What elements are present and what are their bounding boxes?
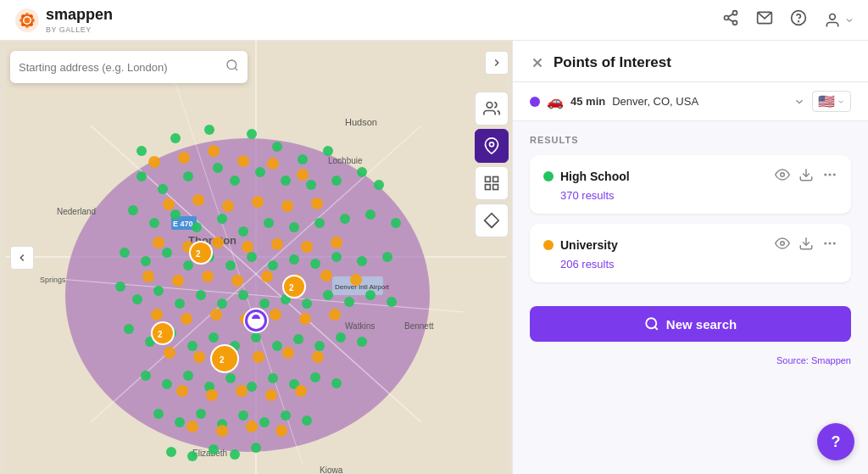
svg-point-122 bbox=[281, 410, 291, 421]
svg-point-80 bbox=[115, 282, 125, 292]
building-tool-button[interactable] bbox=[475, 166, 509, 200]
svg-point-111 bbox=[247, 382, 257, 392]
svg-line-213 bbox=[654, 326, 657, 329]
help-circle-icon[interactable] bbox=[790, 9, 807, 31]
svg-point-40 bbox=[247, 129, 257, 139]
more-options-icon[interactable] bbox=[822, 167, 837, 186]
search-input[interactable] bbox=[19, 61, 225, 74]
collapse-panel-button[interactable] bbox=[485, 51, 509, 75]
more-options-icon-2[interactable] bbox=[822, 236, 837, 254]
location-pin-tool-button[interactable] bbox=[475, 129, 509, 163]
svg-text:Lochbuie: Lochbuie bbox=[328, 156, 363, 165]
chevron-down-icon[interactable] bbox=[793, 96, 805, 108]
svg-point-63 bbox=[314, 218, 325, 228]
svg-point-84 bbox=[196, 290, 206, 300]
svg-point-98 bbox=[209, 332, 219, 343]
map-search-bar[interactable] bbox=[10, 51, 248, 83]
svg-text:2: 2 bbox=[220, 355, 225, 365]
layers-tool-button[interactable] bbox=[475, 204, 509, 237]
svg-point-128 bbox=[251, 443, 261, 453]
svg-point-75 bbox=[289, 254, 299, 265]
svg-point-162 bbox=[329, 309, 341, 321]
svg-text:2: 2 bbox=[289, 283, 294, 293]
svg-point-127 bbox=[230, 449, 240, 460]
new-search-button[interactable]: New search bbox=[530, 306, 851, 342]
logo[interactable]: smappen BY GALLEY bbox=[14, 6, 113, 34]
svg-point-135 bbox=[163, 198, 175, 210]
svg-point-85 bbox=[217, 298, 227, 309]
svg-point-60 bbox=[238, 226, 248, 237]
svg-point-103 bbox=[314, 341, 325, 351]
close-panel-button[interactable] bbox=[530, 55, 545, 70]
map-tools bbox=[475, 92, 509, 237]
svg-point-78 bbox=[357, 256, 367, 266]
svg-text:Nederland: Nederland bbox=[57, 207, 96, 216]
svg-point-115 bbox=[331, 378, 342, 388]
svg-point-177 bbox=[275, 425, 287, 437]
svg-point-55 bbox=[128, 205, 138, 215]
svg-point-120 bbox=[238, 410, 248, 421]
svg-point-101 bbox=[272, 341, 282, 351]
svg-point-38 bbox=[170, 133, 181, 143]
expand-sidebar-button[interactable] bbox=[10, 246, 34, 270]
user-menu[interactable] bbox=[824, 12, 854, 29]
svg-point-193 bbox=[490, 142, 494, 147]
svg-point-81 bbox=[132, 294, 142, 304]
svg-point-51 bbox=[306, 180, 316, 190]
svg-point-45 bbox=[158, 184, 168, 194]
svg-point-72 bbox=[225, 260, 236, 270]
svg-point-112 bbox=[268, 373, 278, 383]
svg-point-125 bbox=[187, 451, 198, 461]
svg-point-140 bbox=[311, 198, 323, 209]
persons-tool-button[interactable] bbox=[475, 92, 509, 125]
travel-time: 45 min bbox=[570, 95, 605, 108]
flag-selector[interactable]: 🇺🇸 bbox=[812, 91, 851, 112]
svg-point-146 bbox=[301, 241, 313, 253]
result-name-high-school: High School bbox=[560, 170, 630, 183]
svg-point-47 bbox=[213, 163, 223, 173]
download-icon[interactable] bbox=[798, 167, 814, 186]
help-bubble-button[interactable]: ? bbox=[817, 423, 854, 460]
svg-point-94 bbox=[124, 324, 134, 334]
main-content: Hudson Lochbuie Nederland Thornton Watki… bbox=[0, 41, 868, 474]
svg-point-192 bbox=[487, 103, 492, 109]
logo-sub: BY GALLEY bbox=[46, 25, 113, 34]
mail-icon[interactable] bbox=[756, 9, 773, 31]
svg-point-15 bbox=[830, 14, 836, 20]
eye-icon[interactable] bbox=[775, 167, 790, 186]
location-name: Denver, CO, USA bbox=[612, 95, 787, 108]
chevron-down-icon bbox=[844, 15, 854, 25]
svg-point-93 bbox=[387, 297, 397, 307]
result-card-top: High School bbox=[543, 167, 837, 186]
svg-point-59 bbox=[217, 214, 227, 224]
eye-icon-2[interactable] bbox=[775, 236, 790, 254]
result-actions bbox=[775, 167, 837, 186]
svg-point-163 bbox=[164, 347, 175, 359]
svg-point-43 bbox=[323, 146, 333, 156]
svg-point-168 bbox=[312, 351, 324, 363]
svg-text:Watkins: Watkins bbox=[345, 321, 375, 331]
svg-point-64 bbox=[340, 214, 350, 224]
svg-rect-195 bbox=[493, 177, 498, 182]
map-container[interactable]: Hudson Lochbuie Nederland Thornton Watki… bbox=[0, 41, 512, 474]
svg-line-198 bbox=[485, 220, 492, 227]
svg-point-138 bbox=[252, 196, 264, 208]
location-row: 🚗 45 min Denver, CO, USA 🇺🇸 bbox=[513, 82, 868, 121]
svg-point-54 bbox=[374, 180, 384, 190]
svg-line-11 bbox=[728, 14, 733, 16]
svg-point-68 bbox=[141, 256, 151, 266]
svg-point-48 bbox=[230, 176, 240, 186]
svg-point-70 bbox=[183, 260, 193, 270]
svg-point-105 bbox=[357, 337, 367, 347]
result-dot-yellow bbox=[543, 240, 554, 250]
download-icon-2[interactable] bbox=[798, 236, 814, 254]
svg-point-136 bbox=[192, 194, 204, 206]
svg-point-175 bbox=[216, 425, 228, 437]
search-icon bbox=[225, 59, 239, 75]
svg-point-69 bbox=[162, 248, 172, 258]
share-icon[interactable] bbox=[722, 9, 739, 31]
svg-point-209 bbox=[824, 243, 826, 245]
svg-point-82 bbox=[153, 286, 164, 296]
result-card-top-2: University bbox=[543, 236, 837, 254]
svg-rect-197 bbox=[486, 185, 491, 190]
